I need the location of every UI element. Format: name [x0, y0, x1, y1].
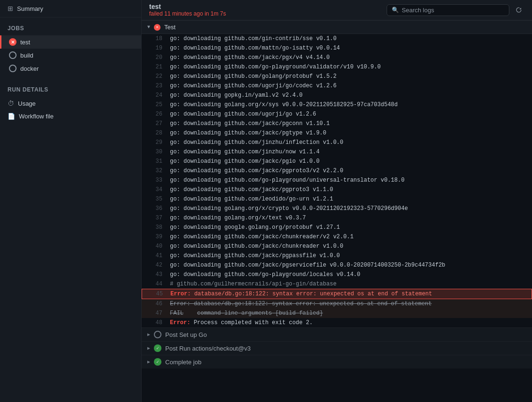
log-line[interactable]: 32 go: downloading github.com/jackc/pgpr…: [142, 166, 532, 176]
line-num: 33: [147, 176, 162, 185]
line-num: 37: [147, 213, 162, 223]
line-num: 43: [147, 270, 162, 279]
line-text: go: downloading github.com/leodido/go-ur…: [170, 194, 526, 204]
sidebar-summary[interactable]: ⊞ Summary: [0, 0, 141, 17]
chevron-right-icon: ▶: [147, 345, 150, 351]
line-text: go: downloading github.com/mattn/go-isat…: [170, 43, 526, 53]
search-input[interactable]: [402, 7, 504, 14]
line-text: go: downloading golang.org/x/crypto v0.0…: [170, 204, 526, 213]
time-meta: 11 minutes ago in 1m 7s: [164, 10, 226, 17]
log-line[interactable]: 28 go: downloading github.com/jackc/pgty…: [142, 128, 532, 138]
log-line[interactable]: 18 go: downloading github.com/gin-contri…: [142, 34, 532, 43]
main-content: test failed 11 minutes ago in 1m 7s 🔍 ▼ …: [142, 0, 532, 402]
job-meta: failed 11 minutes ago in 1m 7s: [149, 10, 226, 17]
error-label-48: Error:: [170, 319, 190, 326]
jobs-section-label: Jobs: [0, 17, 141, 35]
success-icon-complete: ✓: [154, 358, 161, 366]
log-line[interactable]: 22 go: downloading github.com/golang/pro…: [142, 72, 532, 81]
line-num: 25: [147, 100, 162, 109]
test-section-header[interactable]: ▼ ✕ Test: [142, 20, 532, 34]
log-line[interactable]: 35 go: downloading github.com/leodido/go…: [142, 194, 532, 204]
complete-job-label: Complete job: [165, 359, 202, 366]
line-text: go: downloading github.com/ugorji/go v1.…: [170, 109, 526, 119]
log-line[interactable]: 47 FAIL command-line-arguments [build fa…: [142, 309, 532, 318]
log-line-error-48[interactable]: 48 Error: Process completed with exit co…: [142, 318, 532, 327]
log-line[interactable]: 44 # github.com/guilhermecnrails/api-go-…: [142, 279, 532, 289]
log-line[interactable]: 34 go: downloading github.com/jackc/pgpr…: [142, 185, 532, 194]
line-num: 20: [147, 53, 162, 62]
post-setup-label: Post Set up Go: [165, 331, 207, 338]
chevron-down-icon: ▼: [147, 25, 150, 30]
sidebar-summary-label: Summary: [17, 5, 43, 12]
line-text: go: downloading github.com/jackc/pgpassf…: [170, 251, 526, 260]
line-num: 35: [147, 194, 162, 204]
line-num: 32: [147, 166, 162, 176]
log-line[interactable]: 37 go: downloading golang.org/x/text v0.…: [142, 213, 532, 223]
log-line[interactable]: 24 go: downloading gopkg.in/yaml.v2 v2.4…: [142, 91, 532, 100]
grid-icon: ⊞: [8, 5, 13, 12]
error-msg: database/db.go:18:122: syntax error: une…: [191, 291, 432, 297]
chevron-right-icon: ▶: [147, 359, 150, 365]
log-line[interactable]: 41 go: downloading github.com/jackc/pgpa…: [142, 251, 532, 260]
workflow-label: Workflow file: [19, 113, 53, 120]
line-text: go: downloading gopkg.in/yaml.v2 v2.4.0: [170, 91, 526, 100]
log-line[interactable]: 42 go: downloading github.com/jackc/pgse…: [142, 260, 532, 270]
line-num: 45: [148, 289, 163, 299]
log-line[interactable]: 43 go: downloading github.com/go-playgro…: [142, 270, 532, 279]
log-line[interactable]: 29 go: downloading github.com/jinzhu/inf…: [142, 138, 532, 147]
log-line[interactable]: 39 go: downloading github.com/jackc/chun…: [142, 232, 532, 242]
log-line[interactable]: 40 go: downloading github.com/jackc/chun…: [142, 242, 532, 251]
line-num: 36: [147, 204, 162, 213]
sidebar-item-test[interactable]: ✕ test: [0, 35, 141, 49]
log-line[interactable]: 21 go: downloading github.com/go-playgro…: [142, 62, 532, 72]
line-text: go: downloading github.com/go-playground…: [170, 270, 526, 279]
job-name-build: build: [20, 52, 33, 59]
file-icon: 📄: [8, 113, 15, 120]
line-num: 40: [147, 242, 162, 251]
job-name-test: test: [20, 39, 30, 46]
line-text: go: downloading github.com/jackc/chunkre…: [170, 242, 526, 251]
search-icon: 🔍: [392, 7, 399, 13]
line-text: go: downloading golang.org/x/sys v0.0.0-…: [170, 100, 526, 109]
log-line[interactable]: 25 go: downloading golang.org/x/sys v0.0…: [142, 100, 532, 109]
circle-icon-post-setup: [154, 331, 161, 338]
log-line[interactable]: 30 go: downloading github.com/jinzhu/now…: [142, 147, 532, 157]
complete-job-section[interactable]: ▶ ✓ Complete job: [142, 355, 532, 368]
success-icon-post-run: ✓: [154, 344, 161, 352]
error-label: Error:: [170, 291, 191, 297]
log-line[interactable]: 36 go: downloading golang.org/x/crypto v…: [142, 204, 532, 213]
log-line[interactable]: 38 go: downloading google.golang.org/pro…: [142, 223, 532, 232]
log-line[interactable]: 19 go: downloading github.com/mattn/go-i…: [142, 43, 532, 53]
log-line[interactable]: 20 go: downloading github.com/jackc/pgx/…: [142, 53, 532, 62]
log-line[interactable]: 27 go: downloading github.com/jackc/pgco…: [142, 119, 532, 128]
log-area[interactable]: ▼ ✕ Test 18 go: downloading github.com/g…: [142, 20, 532, 402]
sidebar-item-usage[interactable]: ⏱ Usage: [0, 97, 141, 110]
log-line[interactable]: 46 Error: database/db.go:18:122: syntax …: [142, 299, 532, 309]
line-text: go: downloading golang.org/x/text v0.3.7: [170, 213, 526, 223]
line-num: 47: [147, 309, 162, 318]
line-num: 22: [147, 72, 162, 81]
line-text: go: downloading github.com/jackc/pgservi…: [170, 260, 526, 270]
line-text: go: downloading github.com/jinzhu/now v1…: [170, 147, 526, 157]
log-line[interactable]: 33 go: downloading github.com/go-playgro…: [142, 176, 532, 185]
sidebar-item-docker[interactable]: docker: [0, 62, 141, 75]
line-num: 28: [147, 128, 162, 138]
log-line[interactable]: 26 go: downloading github.com/ugorji/go …: [142, 109, 532, 119]
line-num: 24: [147, 91, 162, 100]
sidebar-item-build[interactable]: build: [0, 49, 141, 62]
usage-label: Usage: [18, 100, 36, 107]
line-text: go: downloading github.com/jackc/pgio v1…: [170, 157, 526, 166]
log-line-error-45[interactable]: 45 Error: database/db.go:18:122: syntax …: [142, 289, 532, 299]
circle-icon-docker: [9, 65, 17, 72]
post-setup-section[interactable]: ▶ Post Set up Go: [142, 327, 532, 341]
log-line[interactable]: 31 go: downloading github.com/jackc/pgio…: [142, 157, 532, 166]
refresh-button[interactable]: [513, 4, 524, 16]
test-section-title: Test: [164, 24, 176, 31]
search-box[interactable]: 🔍: [387, 4, 509, 16]
line-text: go: downloading github.com/ugorji/go/cod…: [170, 81, 526, 91]
log-line[interactable]: 23 go: downloading github.com/ugorji/go/…: [142, 81, 532, 91]
line-text: go: downloading github.com/jackc/pgtype …: [170, 128, 526, 138]
sidebar-item-workflow[interactable]: 📄 Workflow file: [0, 110, 141, 123]
post-run-section[interactable]: ▶ ✓ Post Run actions/checkout@v3: [142, 341, 532, 355]
line-text: Error: database/db.go:18:122: syntax err…: [170, 299, 526, 309]
